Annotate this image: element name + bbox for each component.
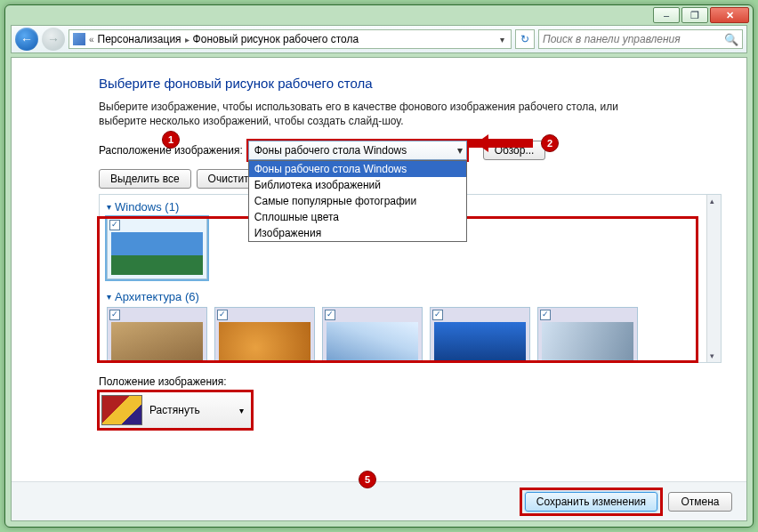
search-icon[interactable]: 🔍 (724, 33, 738, 46)
thumb-checkbox[interactable]: ✓ (109, 220, 120, 230)
thumb-checkbox[interactable]: ✓ (540, 310, 551, 320)
wallpaper-thumb[interactable]: ✓ (430, 307, 530, 363)
refresh-button[interactable]: ↻ (515, 29, 535, 49)
position-label: Положение изображения: (99, 375, 722, 388)
thumb-checkbox[interactable]: ✓ (432, 310, 443, 320)
thumbs-architecture: ✓ ✓ ✓ ✓ ✓ ✓ (100, 307, 721, 363)
chevron-down-icon: ▾ (239, 406, 244, 415)
cancel-button[interactable]: Отмена (668, 492, 732, 512)
nav-back-button[interactable]: ← (15, 28, 38, 51)
thumb-image (434, 322, 526, 363)
breadcrumb-item-wallpaper[interactable]: Фоновый рисунок рабочего стола (193, 33, 359, 45)
location-combo-dropdown: Фоны рабочего стола Windows Библиотека и… (248, 160, 467, 242)
select-all-button[interactable]: Выделить все (99, 169, 191, 189)
position-preview-icon (101, 395, 142, 425)
breadcrumb-dropdown-icon[interactable]: ▾ (497, 35, 507, 44)
control-panel-icon (73, 33, 85, 45)
group-header-architecture[interactable]: Архитектура (6) (100, 285, 721, 307)
thumb-checkbox[interactable]: ✓ (217, 310, 228, 320)
maximize-button[interactable]: ❐ (681, 7, 708, 23)
location-combo[interactable]: Фоны рабочего стола Windows Фоны рабочег… (248, 141, 467, 160)
minimize-button[interactable]: – (653, 7, 680, 23)
navbar: ← → « Персонализация ▸ Фоновый рисунок р… (11, 25, 747, 53)
location-row: Расположение изображения: Фоны рабочего … (99, 141, 722, 160)
thumb-image (542, 322, 633, 363)
breadcrumb-prefix: « (89, 35, 94, 44)
combo-option[interactable]: Сплошные цвета (249, 209, 466, 225)
position-value: Растянуть (149, 404, 200, 416)
search-box[interactable]: 🔍 (538, 29, 743, 49)
thumb-image (219, 322, 310, 363)
page-intro: Выберите изображение, чтобы использовать… (99, 100, 659, 128)
wallpaper-thumb[interactable]: ✓ (322, 307, 423, 363)
search-input[interactable] (543, 33, 724, 45)
annotation-badge-5: 5 (359, 471, 376, 488)
wallpaper-thumb[interactable]: ✓ (537, 307, 638, 363)
location-combo-field[interactable]: Фоны рабочего стола Windows (248, 141, 467, 160)
gallery-scrollbar[interactable] (706, 195, 721, 362)
thumb-image (111, 232, 203, 275)
thumb-image (327, 322, 418, 363)
close-button[interactable]: ✕ (710, 7, 749, 23)
thumb-checkbox[interactable]: ✓ (109, 310, 120, 320)
combo-option[interactable]: Фоны рабочего стола Windows (249, 161, 466, 177)
combo-option[interactable]: Изображения (249, 225, 466, 241)
titlebar: – ❐ ✕ (5, 5, 753, 25)
thumb-image (111, 322, 203, 363)
combo-option[interactable]: Самые популярные фотографии (249, 193, 466, 209)
annotation-badge-1: 1 (162, 131, 180, 149)
wallpaper-thumb[interactable]: ✓ (107, 307, 207, 363)
combo-option[interactable]: Библиотека изображений (249, 177, 466, 193)
content-area: Выберите фоновый рисунок рабочего стола … (11, 57, 747, 521)
breadcrumb[interactable]: « Персонализация ▸ Фоновый рисунок рабоч… (69, 29, 512, 49)
annotation-badge-2: 2 (541, 134, 559, 152)
wallpaper-thumb[interactable]: ✓ (107, 217, 207, 279)
breadcrumb-item-personalization[interactable]: Персонализация (98, 33, 181, 45)
save-button[interactable]: Сохранить изменения (525, 492, 657, 512)
page-title: Выберите фоновый рисунок рабочего стола (99, 76, 722, 91)
window: – ❐ ✕ ← → « Персонализация ▸ Фоновый рис… (4, 4, 754, 528)
position-select[interactable]: Растянуть ▾ (99, 391, 252, 429)
annotation-arrow-2 (469, 139, 533, 148)
wallpaper-thumb[interactable]: ✓ (214, 307, 315, 363)
nav-forward-button: → (42, 28, 65, 51)
chevron-right-icon: ▸ (185, 35, 190, 44)
thumb-checkbox[interactable]: ✓ (325, 310, 335, 320)
footer-bar: Сохранить изменения Отмена (12, 481, 746, 520)
